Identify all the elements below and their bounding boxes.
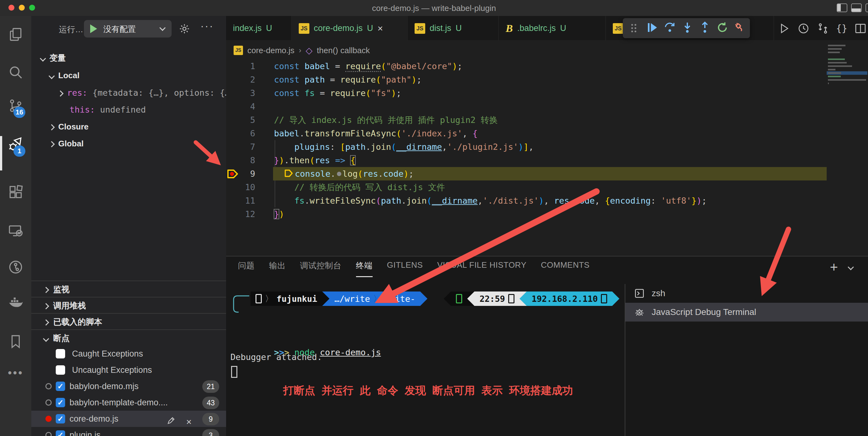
inline-breakpoint-dot[interactable]: [337, 172, 341, 176]
disconnect-icon[interactable]: [731, 21, 749, 35]
breadcrumb[interactable]: JS core-demo.js › ◇ then() callback: [234, 43, 370, 57]
code-line-2[interactable]: 2const path = require("path");: [226, 73, 868, 86]
toggle-panel-icon[interactable]: [851, 3, 862, 12]
panel-tab-调试控制台[interactable]: 调试控制台: [300, 260, 342, 277]
run-and-debug-icon[interactable]: 1: [8, 137, 24, 152]
terminal[interactable]: 〉 fujunkui …/write 〉 write- 22:59: [226, 284, 625, 436]
code-line-8[interactable]: 8}).then(res => {: [226, 154, 868, 167]
line-number: 11: [226, 194, 255, 207]
timeline-history-icon[interactable]: [797, 22, 810, 35]
symbol-icon: ◇: [306, 45, 312, 56]
line-number: 8: [226, 154, 255, 167]
scope-closure[interactable]: Closure: [31, 119, 226, 135]
prompt-user: fujunkui: [277, 294, 317, 304]
panel-tab-VISUAL FILE HISTORY[interactable]: VISUAL FILE HISTORY: [437, 260, 526, 277]
variable-res[interactable]: res: {metadata: {…}, options: {…: [31, 85, 226, 101]
terminal-list-item-JavaScript Debug Terminal[interactable]: JavaScript Debug Terminal: [625, 303, 868, 322]
breakpoint-row-babylon-template-demo....[interactable]: ✓babylon-template-demo....43: [31, 394, 226, 411]
tab-dist.js[interactable]: JSdist.jsU: [408, 16, 499, 41]
tab-modified-flag: U: [367, 24, 373, 33]
docker-icon[interactable]: [8, 295, 24, 310]
checkbox-unchecked[interactable]: [56, 349, 65, 359]
toolbar-drag-grip[interactable]: [627, 22, 640, 35]
checkbox-checked[interactable]: ✓: [56, 430, 65, 436]
checkbox-checked[interactable]: ✓: [56, 414, 65, 424]
checkbox-checked[interactable]: ✓: [56, 381, 65, 391]
section-调用堆栈[interactable]: 调用堆栈: [31, 297, 226, 313]
split-editor-icon[interactable]: [854, 22, 867, 35]
scope-global[interactable]: Global: [31, 135, 226, 152]
variables-section-header[interactable]: 变量: [31, 50, 226, 66]
bottom-panel: 问题输出调试控制台终端GITLENSVISUAL FILE HISTORYCOM…: [226, 256, 868, 436]
panel-tab-输出[interactable]: 输出: [269, 260, 286, 277]
search-icon[interactable]: [8, 64, 24, 80]
panel-tab-终端[interactable]: 终端: [356, 260, 373, 277]
breakpoint-row-core-demo.js[interactable]: ✓core-demo.js×9: [31, 411, 226, 427]
code-line-4[interactable]: 4: [226, 100, 868, 113]
start-debug-icon[interactable]: [90, 24, 97, 33]
breadcrumb-file[interactable]: core-demo.js: [247, 46, 294, 55]
code-line-1[interactable]: 1const babel = require("@babel/core");: [226, 60, 868, 73]
section-监视[interactable]: 监视: [31, 280, 226, 297]
code-line-12[interactable]: 12}): [226, 207, 868, 221]
breadcrumb-symbol[interactable]: then() callback: [317, 46, 370, 55]
code-line-11[interactable]: 11 fs.writeFileSync(path.join(__dirname,…: [226, 194, 868, 207]
debug-config-dropdown[interactable]: 没有配置: [84, 20, 172, 37]
activity-bar: 16 1 •••: [0, 16, 31, 436]
code-line-10[interactable]: 10 // 转换后的代码 写入 dist.js 文件: [226, 180, 868, 194]
run-file-icon[interactable]: [778, 22, 790, 35]
code-line-9[interactable]: 9 console.log(res.code);: [226, 167, 868, 180]
more-actions-icon[interactable]: ···: [200, 20, 214, 32]
step-out-icon[interactable]: [696, 21, 714, 35]
more-views-icon[interactable]: •••: [8, 366, 24, 382]
tab-index.js[interactable]: index.jsU: [226, 16, 292, 41]
panel-tab-bar: 问题输出调试控制台终端GITLENSVISUAL FILE HISTORYCOM…: [238, 260, 590, 277]
inactive-breakpoint-icon: [45, 399, 52, 406]
checkbox-unchecked[interactable]: [56, 365, 65, 375]
continue-icon[interactable]: [644, 21, 661, 35]
code-line-5[interactable]: 5// 导入 index.js 的代码 并使用 插件 plugin2 转换: [226, 113, 868, 127]
terminal-prompt: 〉 fujunkui …/write 〉 write- 22:59: [250, 292, 619, 306]
extensions-icon[interactable]: [8, 184, 24, 200]
bookmarks-icon[interactable]: [8, 334, 24, 349]
restart-icon[interactable]: [714, 21, 731, 35]
customize-layout-icon[interactable]: [866, 3, 868, 12]
variable-this[interactable]: this: undefined: [31, 102, 226, 118]
step-into-icon[interactable]: [679, 21, 696, 35]
new-terminal-icon[interactable]: +: [830, 261, 838, 273]
minimap[interactable]: [827, 44, 867, 85]
toggle-sidebar-icon[interactable]: [837, 3, 847, 12]
gitlens-icon[interactable]: [8, 259, 24, 275]
exception-option[interactable]: Uncaught Exceptions: [31, 362, 226, 378]
section-断点[interactable]: 断点: [31, 329, 226, 346]
source-control-icon[interactable]: 16: [8, 98, 24, 113]
code-line-3[interactable]: 3const fs = require("fs");: [226, 86, 868, 100]
panel-tab-问题[interactable]: 问题: [238, 260, 255, 277]
exception-option[interactable]: Caught Exceptions: [31, 346, 226, 362]
panel-tab-GITLENS[interactable]: GITLENS: [387, 260, 423, 277]
minimap-line: [827, 78, 867, 81]
panel-tab-COMMENTS[interactable]: COMMENTS: [541, 260, 590, 277]
code-line-7[interactable]: 7 plugins: [path.join(__dirname,'./plugi…: [226, 140, 868, 154]
checkbox-checked[interactable]: ✓: [56, 398, 65, 407]
tab-.babelrc.js[interactable]: B.babelrc.jsU: [499, 16, 606, 41]
gear-icon[interactable]: [179, 23, 190, 36]
section-已载入的脚本[interactable]: 已载入的脚本: [31, 313, 226, 329]
close-tab-icon[interactable]: ×: [378, 23, 383, 34]
line-number: 2: [226, 73, 255, 86]
minimap-line: [827, 54, 867, 58]
breakpoint-row-babylon-demo.mjs[interactable]: ✓babylon-demo.mjs21: [31, 378, 226, 394]
terminal-dropdown-icon[interactable]: [848, 264, 854, 270]
step-over-icon[interactable]: [661, 21, 679, 35]
compare-changes-icon[interactable]: [817, 22, 829, 35]
code-line-6[interactable]: 6babel.transformFileAsync('./index.js', …: [226, 127, 868, 140]
terminal-list-item-zsh[interactable]: zsh: [625, 284, 868, 303]
braces-icon[interactable]: {}: [836, 23, 847, 34]
scope-local[interactable]: Local: [31, 67, 226, 83]
breakpoint-row-plugin.js[interactable]: ✓plugin.js3: [31, 427, 226, 436]
tab-core-demo.js[interactable]: JScore-demo.jsU×: [292, 16, 408, 41]
remote-explorer-icon[interactable]: [8, 223, 24, 239]
js-file-icon: JS: [234, 46, 243, 55]
explorer-icon[interactable]: [8, 27, 24, 42]
code-area[interactable]: 1const babel = require("@babel/core");2c…: [226, 60, 868, 221]
